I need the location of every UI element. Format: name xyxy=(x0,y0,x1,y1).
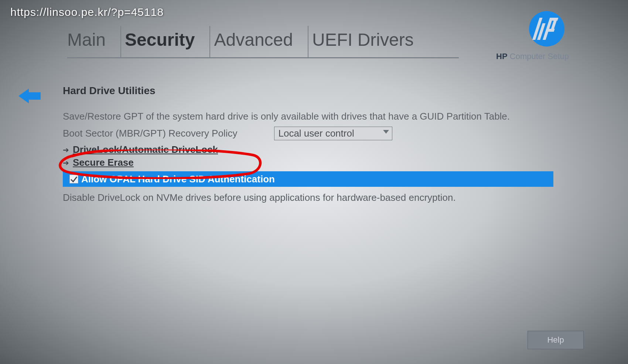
arrow-right-icon: ➔ xyxy=(63,145,69,154)
svg-rect-5 xyxy=(552,18,559,21)
url-overlay-text: https://linsoo.pe.kr/?p=45118 xyxy=(10,6,164,18)
nvme-note: Disable DriveLock on NVMe drives before … xyxy=(63,192,550,203)
svg-rect-6 xyxy=(548,29,555,32)
tab-security[interactable]: Security xyxy=(120,26,209,57)
brand-subtitle: Computer Setup xyxy=(510,52,569,61)
opal-checkbox[interactable] xyxy=(69,175,78,183)
opal-label: Allow OPAL Hard Drive SID Authentication xyxy=(81,174,275,185)
link-drivelock[interactable]: ➔ DriveLock/Automatic DriveLock xyxy=(63,144,550,155)
arrow-right-icon: ➔ xyxy=(63,158,69,167)
chevron-down-icon xyxy=(383,130,389,134)
link-drivelock-label: DriveLock/Automatic DriveLock xyxy=(73,144,218,155)
content-area: Save/Restore GPT of the system hard driv… xyxy=(63,111,550,203)
policy-row: Boot Sector (MBR/GPT) Recovery Policy Lo… xyxy=(63,127,550,140)
back-arrow-icon[interactable] xyxy=(18,89,41,103)
tab-advanced[interactable]: Advanced xyxy=(209,26,308,57)
svg-marker-7 xyxy=(18,89,41,103)
gpt-note: Save/Restore GPT of the system hard driv… xyxy=(63,111,550,122)
tab-bar: Main Security Advanced UEFI Drivers xyxy=(67,26,459,58)
brand-name: HP Computer Setup xyxy=(496,52,569,61)
tab-uefi-drivers[interactable]: UEFI Drivers xyxy=(308,26,429,57)
hp-logo xyxy=(528,10,565,49)
link-secure-erase-label: Secure Erase xyxy=(73,157,134,168)
tab-main[interactable]: Main xyxy=(67,26,120,57)
policy-dropdown[interactable]: Local user control xyxy=(274,127,392,140)
brand-hp: HP xyxy=(496,52,508,61)
section-title: Hard Drive Utilities xyxy=(63,85,156,97)
link-secure-erase[interactable]: ➔ Secure Erase xyxy=(63,157,550,168)
policy-dropdown-value: Local user control xyxy=(278,128,354,139)
policy-label: Boot Sector (MBR/GPT) Recovery Policy xyxy=(63,128,237,139)
opal-authentication-row[interactable]: Allow OPAL Hard Drive SID Authentication xyxy=(63,171,553,187)
help-button[interactable]: Help xyxy=(528,331,584,349)
help-button-label: Help xyxy=(547,335,564,345)
